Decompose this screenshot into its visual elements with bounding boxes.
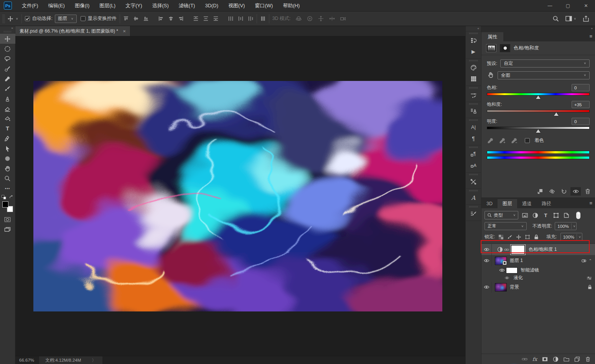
menu-filter[interactable]: 滤镜(T) bbox=[174, 0, 200, 11]
visibility-cell[interactable] bbox=[481, 282, 492, 293]
layer-row-layer1[interactable]: 图层 1 ⌃ bbox=[481, 255, 595, 266]
swap-colors-icon[interactable] bbox=[9, 195, 13, 199]
3d-roll-icon[interactable] bbox=[307, 15, 313, 22]
move-tool[interactable] bbox=[0, 34, 15, 44]
menu-window[interactable]: 窗口(W) bbox=[250, 0, 278, 11]
menu-3d[interactable]: 3D(D) bbox=[200, 0, 223, 11]
filter-options-icon[interactable] bbox=[587, 275, 592, 281]
layer-name[interactable]: 色相/饱和度 1 bbox=[529, 246, 557, 253]
layer-style-button[interactable]: fx bbox=[532, 356, 537, 362]
drag-handle[interactable] bbox=[469, 60, 478, 61]
clone-source-panel-icon[interactable] bbox=[465, 105, 481, 117]
pen-tool[interactable] bbox=[0, 133, 15, 143]
history-panel-icon[interactable] bbox=[465, 35, 481, 46]
more-tools[interactable]: ••• bbox=[0, 183, 15, 193]
drag-handle[interactable] bbox=[469, 190, 478, 191]
lightness-slider-track[interactable] bbox=[487, 127, 590, 129]
preset-dropdown[interactable]: 自定∨ bbox=[500, 59, 590, 68]
eyedropper-tool[interactable] bbox=[0, 74, 15, 84]
lightness-input[interactable]: 0 bbox=[572, 118, 590, 125]
hand-tool[interactable] bbox=[0, 163, 15, 173]
distribute-spacing-button[interactable] bbox=[260, 16, 266, 21]
menu-image[interactable]: 图像(I) bbox=[70, 0, 94, 11]
lightness-slider-thumb[interactable] bbox=[536, 129, 541, 133]
distribute-left-button[interactable] bbox=[228, 16, 234, 21]
lock-position-icon[interactable] bbox=[516, 234, 521, 240]
saturation-slider-thumb[interactable] bbox=[554, 112, 559, 116]
menu-select[interactable]: 选择(S) bbox=[147, 0, 173, 11]
color-panel-icon[interactable] bbox=[465, 62, 481, 73]
layer-row-background[interactable]: 背景 bbox=[481, 282, 595, 293]
saturation-slider-track[interactable] bbox=[487, 110, 590, 112]
layer-row-liquify[interactable]: 液化 bbox=[481, 274, 595, 282]
hue-input[interactable]: 0 bbox=[572, 84, 590, 91]
quick-selection-tool[interactable] bbox=[0, 64, 15, 74]
visibility-toggle[interactable] bbox=[498, 268, 506, 272]
filter-toggle-pin[interactable] bbox=[576, 212, 580, 219]
strip-expand-icon[interactable]: « bbox=[466, 26, 481, 31]
visibility-cell[interactable] bbox=[481, 244, 492, 255]
screen-mode-button[interactable] bbox=[0, 224, 15, 234]
filter-adjustment-layers-icon[interactable] bbox=[532, 212, 539, 219]
marquee-tool[interactable] bbox=[0, 44, 15, 54]
layer-row-smart-filters[interactable]: 智能滤镜 bbox=[481, 266, 595, 274]
tab-properties[interactable]: 属性 bbox=[481, 32, 503, 41]
3d-slide-icon[interactable] bbox=[329, 15, 335, 22]
hue-slider-track[interactable] bbox=[487, 93, 590, 96]
collapse-filters-icon[interactable]: ⌃ bbox=[589, 259, 592, 263]
opacity-input[interactable]: 100%∨ bbox=[555, 222, 577, 230]
drag-handle[interactable] bbox=[469, 103, 478, 105]
blend-mode-dropdown[interactable]: 正常∨ bbox=[485, 222, 527, 230]
maximize-button[interactable]: ▢ bbox=[559, 0, 577, 11]
quick-mask-button[interactable] bbox=[0, 214, 15, 224]
drag-handle[interactable] bbox=[469, 119, 478, 121]
document-info[interactable]: 文档:4.12M/8.24M 〉 bbox=[39, 356, 102, 364]
panel-menu-icon[interactable]: ≡ bbox=[589, 200, 592, 206]
auto-select-target-dropdown[interactable]: 图层∨ bbox=[55, 15, 77, 23]
brush-settings-panel-icon[interactable] bbox=[465, 89, 481, 100]
lightness-slider[interactable] bbox=[487, 125, 590, 132]
view-previous-state-button[interactable] bbox=[547, 187, 557, 196]
layer-row-hue-saturation[interactable]: 色相/饱和度 1 bbox=[481, 244, 595, 255]
clip-to-layer-button[interactable] bbox=[535, 187, 545, 196]
menu-file[interactable]: 文件(F) bbox=[17, 0, 43, 11]
new-group-button[interactable] bbox=[564, 356, 569, 362]
character-styles-panel-icon[interactable]: A bbox=[465, 160, 481, 171]
lasso-tool[interactable] bbox=[0, 54, 15, 64]
delete-layer-button[interactable] bbox=[585, 356, 591, 362]
align-hcenter-button[interactable] bbox=[168, 16, 174, 21]
menu-edit[interactable]: 编辑(E) bbox=[43, 0, 70, 11]
layer-thumbnail[interactable] bbox=[495, 257, 507, 265]
gradient-tool[interactable] bbox=[0, 114, 15, 124]
filter-type-layers-icon[interactable]: T bbox=[542, 212, 549, 219]
smart-filter-icon[interactable] bbox=[581, 258, 587, 264]
filter-mask-thumbnail[interactable] bbox=[506, 267, 518, 273]
swatches-panel-icon[interactable] bbox=[465, 73, 481, 84]
visibility-toggle[interactable] bbox=[503, 276, 511, 280]
filter-pixel-layers-icon[interactable] bbox=[521, 212, 529, 219]
tool-preset-picker[interactable]: ∨ bbox=[7, 16, 18, 22]
toolbar-grip[interactable] bbox=[4, 31, 12, 33]
paragraph-panel-icon[interactable]: ¶ bbox=[465, 133, 481, 144]
tab-close-icon[interactable]: ✕ bbox=[123, 29, 126, 33]
menu-help[interactable]: 帮助(H) bbox=[278, 0, 305, 11]
panel-menu-icon[interactable]: ≡ bbox=[589, 33, 592, 39]
hue-slider[interactable] bbox=[487, 92, 590, 98]
filter-type-dropdown[interactable]: 类型 ∨ bbox=[485, 211, 518, 219]
align-left-button[interactable] bbox=[158, 16, 164, 21]
share-icon[interactable] bbox=[583, 15, 589, 22]
fill-input[interactable]: 100%∨ bbox=[560, 233, 582, 241]
layer-name[interactable]: 图层 1 bbox=[510, 257, 523, 264]
menu-type[interactable]: 文字(Y) bbox=[120, 0, 147, 11]
drag-handle[interactable] bbox=[469, 206, 478, 208]
distribute-hcenter-button[interactable] bbox=[238, 16, 244, 21]
toggle-visibility-button[interactable] bbox=[570, 187, 581, 196]
distribute-top-button[interactable] bbox=[193, 16, 199, 21]
new-layer-button[interactable] bbox=[574, 356, 580, 362]
saturation-input[interactable]: +35 bbox=[572, 101, 590, 108]
tab-channels[interactable]: 通道 bbox=[517, 199, 537, 208]
type-tool[interactable]: T bbox=[0, 124, 15, 133]
eyedropper-subtract-icon[interactable] bbox=[511, 137, 518, 144]
distribute-bottom-button[interactable] bbox=[213, 16, 219, 21]
tool-presets-panel-icon[interactable] bbox=[465, 176, 481, 187]
